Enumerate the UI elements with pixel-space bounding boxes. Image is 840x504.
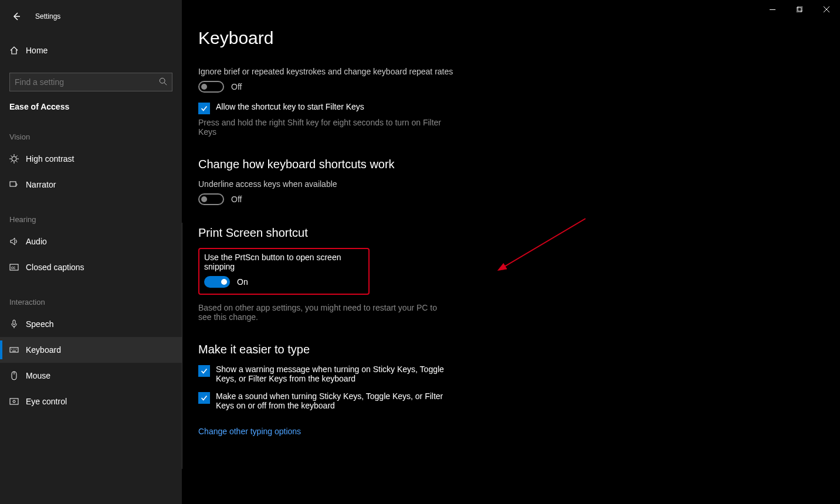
svg-rect-0 [770, 9, 775, 10]
svg-rect-20 [13, 320, 15, 325]
svg-rect-1 [797, 8, 801, 12]
sidebar-item-narrator[interactable]: Narrator [0, 172, 182, 197]
high-contrast-icon [9, 154, 26, 164]
shortcuts-heading: Change how keyboard shortcuts work [198, 158, 726, 171]
closed-captions-icon: cc [9, 263, 26, 272]
back-button[interactable] [5, 5, 28, 28]
search-icon [159, 77, 167, 87]
speech-icon [9, 319, 26, 329]
search-box[interactable] [9, 73, 172, 91]
maximize-button[interactable] [786, 0, 813, 19]
svg-point-30 [13, 400, 15, 403]
keyboard-icon [9, 345, 26, 355]
svg-rect-21 [10, 348, 18, 352]
sidebar-item-eye-control[interactable]: Eye control [0, 389, 182, 414]
filter-keys-state: Off [231, 82, 242, 91]
sidebar-item-label: High contrast [26, 154, 74, 164]
sidebar-item-label: Keyboard [26, 345, 61, 355]
svg-rect-29 [10, 399, 18, 404]
filter-keys-shortcut-checkbox[interactable] [198, 103, 210, 114]
change-other-typing-link[interactable]: Change other typing options [198, 427, 301, 436]
filter-keys-shortcut-label: Allow the shortcut key to start Filter K… [216, 102, 364, 111]
underline-toggle[interactable] [198, 193, 224, 205]
prtscn-hint: Based on other app settings, you might n… [198, 303, 451, 322]
sidebar-item-label: Narrator [26, 180, 56, 189]
sidebar-item-keyboard[interactable]: Keyboard [0, 337, 182, 363]
sidebar-item-label: Audio [26, 237, 47, 246]
window-title: Settings [28, 12, 60, 21]
underline-description: Underline access keys when available [198, 179, 726, 189]
sidebar-item-label: Closed captions [26, 263, 84, 272]
home-icon [9, 46, 26, 55]
close-button[interactable] [813, 0, 840, 19]
eye-control-icon [9, 397, 26, 406]
warning-message-label: Show a warning message when turning on S… [216, 365, 456, 383]
category-label: Ease of Access [0, 91, 182, 115]
home-label: Home [26, 46, 48, 55]
page-title: Keyboard [198, 28, 726, 48]
main-content: Keyboard Ignore brief or repeated keystr… [198, 28, 726, 436]
narrator-icon [9, 180, 26, 189]
annotation-highlight: Use the PrtScn button to open screen sni… [198, 248, 370, 295]
section-interaction: Interaction [0, 280, 182, 311]
svg-rect-2 [798, 6, 802, 11]
sidebar-item-high-contrast[interactable]: High contrast [0, 146, 182, 172]
sidebar-item-label: Speech [26, 319, 53, 329]
sidebar-item-closed-captions[interactable]: cc Closed captions [0, 254, 182, 280]
mouse-icon [9, 371, 26, 380]
sidebar-item-label: Mouse [26, 371, 50, 380]
warning-message-checkbox[interactable] [198, 365, 210, 377]
prtscn-heading: Print Screen shortcut [198, 226, 726, 240]
sidebar-item-speech[interactable]: Speech [0, 311, 182, 337]
sidebar-item-label: Eye control [26, 397, 67, 406]
section-vision: Vision [0, 115, 182, 146]
filter-keys-toggle[interactable] [198, 81, 224, 93]
section-hearing: Hearing [0, 197, 182, 229]
window-controls [759, 0, 840, 19]
sidebar-item-audio[interactable]: Audio [0, 229, 182, 254]
svg-line-13 [11, 156, 12, 157]
vertical-divider [182, 223, 182, 469]
svg-line-14 [16, 161, 18, 162]
sidebar: Settings Home Ease of Access Vision High… [0, 0, 182, 504]
prtscn-description: Use the PrtScn button to open screen sni… [204, 253, 363, 271]
make-sound-checkbox[interactable] [198, 392, 210, 404]
minimize-button[interactable] [759, 0, 786, 19]
search-input[interactable] [15, 77, 144, 87]
filter-keys-hint: Press and hold the right Shift key for e… [198, 118, 451, 137]
audio-icon [9, 237, 26, 246]
make-sound-label: Make a sound when turning Sticky Keys, T… [216, 391, 456, 410]
sidebar-item-mouse[interactable]: Mouse [0, 363, 182, 389]
svg-rect-17 [10, 182, 16, 186]
svg-text:cc: cc [11, 265, 16, 270]
underline-state: Off [231, 195, 242, 204]
svg-point-8 [12, 156, 16, 161]
prtscn-state: On [237, 277, 248, 287]
annotation-arrow [497, 216, 591, 274]
svg-line-7 [164, 82, 167, 84]
filter-keys-description: Ignore brief or repeated keystrokes and … [198, 67, 726, 76]
type-heading: Make it easier to type [198, 343, 726, 356]
prtscn-toggle[interactable] [204, 276, 230, 288]
home-button[interactable]: Home [0, 38, 182, 63]
svg-line-16 [16, 156, 18, 157]
svg-line-15 [11, 161, 12, 162]
